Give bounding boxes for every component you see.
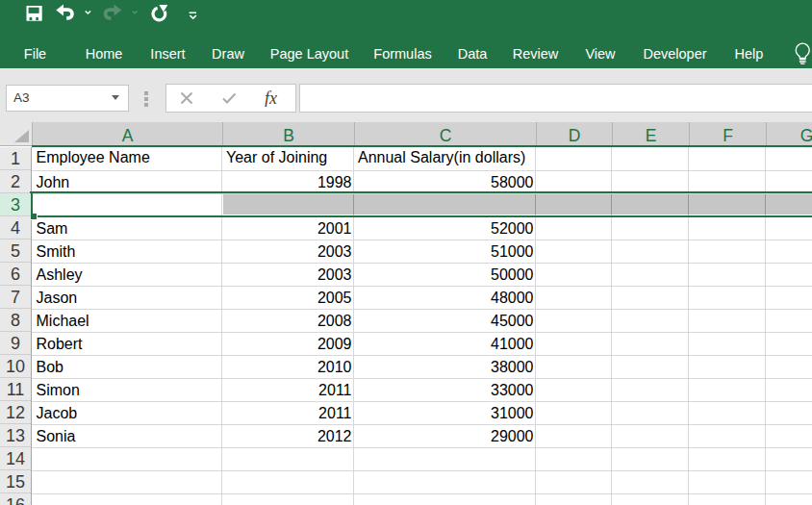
svg-text:fx: fx [265, 90, 277, 107]
